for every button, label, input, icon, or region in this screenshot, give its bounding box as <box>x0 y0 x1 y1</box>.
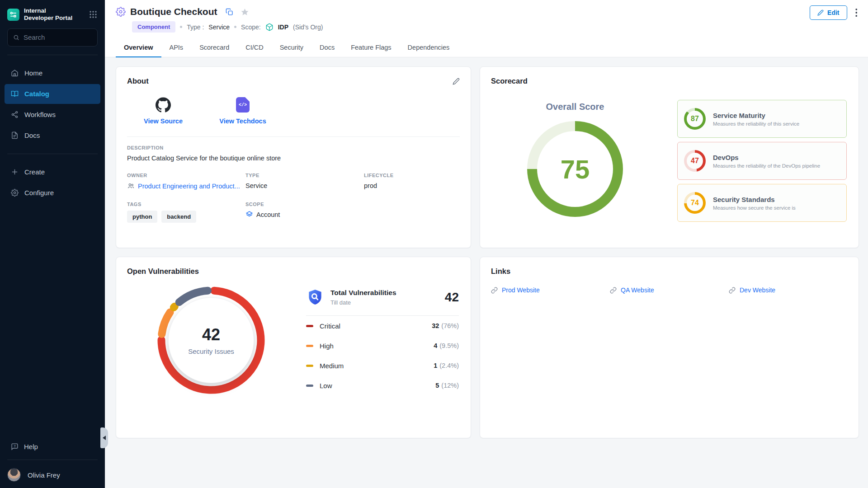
about-edit-pencil-icon[interactable] <box>453 78 460 85</box>
package-cube-icon <box>265 23 274 31</box>
link-label: QA Website <box>621 286 654 294</box>
tab-overview[interactable]: Overview <box>116 39 161 57</box>
entity-kind-badge: Component <box>132 21 175 33</box>
view-techdocs-link[interactable]: </> View Techdocs <box>207 97 279 125</box>
score-name: DevOps <box>713 154 820 161</box>
shield-scan-icon <box>306 288 324 306</box>
critical-dash-icon <box>306 325 313 327</box>
total-vulnerabilities-title: Total Vulnerabilities <box>330 289 396 297</box>
sidebar-item-label: Configure <box>24 189 54 197</box>
tab-bar: Overview APIs Scorecard CI/CD Security D… <box>105 39 868 57</box>
type-value: Service <box>208 23 230 31</box>
svg-text:?: ? <box>14 444 15 448</box>
plus-icon <box>11 168 19 176</box>
help-button[interactable]: ? Help <box>0 437 105 456</box>
link-qa-website[interactable]: QA Website <box>610 286 729 294</box>
score-card-devops[interactable]: 47 DevOps Measures the reliability of th… <box>677 142 847 180</box>
sidebar-item-docs[interactable]: Docs <box>5 126 100 145</box>
app-switcher-grid-icon[interactable] <box>89 10 98 19</box>
score-donut: 47 <box>684 150 706 172</box>
vulnerabilities-center-label: Security Issues <box>188 347 234 355</box>
scope-label: Scope: <box>241 23 261 31</box>
overall-score-label: Overall Score <box>546 102 604 112</box>
gear-icon <box>11 189 19 197</box>
score-description: Measures how secure the service is <box>713 205 796 211</box>
view-source-link[interactable]: View Source <box>127 97 199 125</box>
score-card-security-standards[interactable]: 74 Security Standards Measures how secur… <box>677 184 847 222</box>
description-label: DESCRIPTION <box>127 145 460 150</box>
edit-button[interactable]: Edit <box>810 5 847 20</box>
link-label: Dev Website <box>740 286 775 294</box>
sidebar-search[interactable] <box>7 28 98 47</box>
divider <box>127 136 460 137</box>
app-logo <box>7 9 19 21</box>
link-prod-website[interactable]: Prod Website <box>491 286 610 294</box>
avatar <box>7 468 21 482</box>
scope-field-value: Account <box>256 211 280 218</box>
about-card: About View Source <box>116 66 471 248</box>
sidebar-bottom: ? Help Olivia Frey <box>0 437 105 483</box>
tag-chip: backend <box>161 211 196 223</box>
favorite-star-icon[interactable] <box>241 8 249 16</box>
lifecycle-label: LIFECYCLE <box>364 173 460 178</box>
user-menu[interactable]: Olivia Frey <box>0 464 105 483</box>
high-dash-icon <box>306 345 313 347</box>
help-label: Help <box>24 443 38 450</box>
tab-docs[interactable]: Docs <box>311 39 343 57</box>
tab-dependencies[interactable]: Dependencies <box>400 39 458 57</box>
page-title: Boutique Checkout <box>130 6 217 17</box>
link-dev-website[interactable]: Dev Website <box>729 286 848 294</box>
techdocs-icon: </> <box>236 97 250 113</box>
sidebar-item-label: Catalog <box>24 90 49 98</box>
about-card-title: About <box>127 77 149 85</box>
help-chat-icon: ? <box>11 443 19 450</box>
pencil-icon <box>817 9 824 16</box>
score-donut: 74 <box>684 192 706 214</box>
scope-field-label: SCOPE <box>245 202 364 207</box>
sidebar-item-create[interactable]: Create <box>5 162 100 182</box>
scope-org: (Sid's Org) <box>293 23 323 31</box>
score-card-service-maturity[interactable]: 87 Service Maturity Measures the reliabi… <box>677 100 847 138</box>
sidebar-divider <box>7 55 98 55</box>
low-dash-icon <box>306 385 313 387</box>
content-area: About View Source <box>105 57 868 488</box>
tab-apis[interactable]: APIs <box>161 39 192 57</box>
search-input[interactable] <box>24 33 92 41</box>
lifecycle-value: prod <box>364 182 460 189</box>
sidebar-divider <box>7 154 98 154</box>
tab-cicd[interactable]: CI/CD <box>237 39 271 57</box>
more-options-kebab-icon[interactable] <box>855 8 858 17</box>
sidebar-collapse-handle[interactable] <box>100 427 108 448</box>
copy-icon[interactable] <box>226 8 233 16</box>
legend-row-low: Low 5(12%) <box>306 375 459 395</box>
app-name: Internal Developer Portal <box>24 7 84 22</box>
view-techdocs-label: View Techdocs <box>219 117 266 125</box>
chevron-left-icon <box>103 436 106 440</box>
tab-scorecard[interactable]: Scorecard <box>191 39 237 57</box>
sidebar-item-catalog[interactable]: Catalog <box>5 84 100 104</box>
total-vulnerabilities-subtitle: Till date <box>330 299 396 306</box>
score-name: Service Maturity <box>713 112 799 119</box>
dot-separator <box>180 26 182 28</box>
page-header: Boutique Checkout Component Type : Servi… <box>105 0 868 39</box>
user-name: Olivia Frey <box>28 471 60 479</box>
tab-feature-flags[interactable]: Feature Flags <box>343 39 399 57</box>
tags-label: TAGS <box>127 202 245 207</box>
tab-security[interactable]: Security <box>272 39 311 57</box>
search-icon <box>13 34 19 41</box>
sidebar-item-home[interactable]: Home <box>5 63 100 83</box>
vulnerabilities-card-title: Open Vulnerabilities <box>127 267 199 276</box>
legend-row-medium: Medium 1(2.4%) <box>306 356 459 375</box>
legend-row-high: High 4(9.5%) <box>306 336 459 356</box>
sidebar-item-configure[interactable]: Configure <box>5 183 100 203</box>
score-donut: 87 <box>684 108 706 130</box>
tag-chip: python <box>127 211 157 223</box>
owner-value: Product Engineering and Product... <box>138 183 240 190</box>
vulnerabilities-card: Open Vulnerabilities 42 Security Issues <box>116 257 471 438</box>
sidebar-item-label: Create <box>24 168 45 176</box>
link-chain-icon <box>610 287 617 294</box>
owner-link[interactable]: Product Engineering and Product... <box>127 182 245 190</box>
sidebar-item-workflows[interactable]: Workflows <box>5 105 100 125</box>
sidebar-actions: Create Configure <box>0 162 105 203</box>
links-card: Links Prod Website <box>480 257 859 438</box>
